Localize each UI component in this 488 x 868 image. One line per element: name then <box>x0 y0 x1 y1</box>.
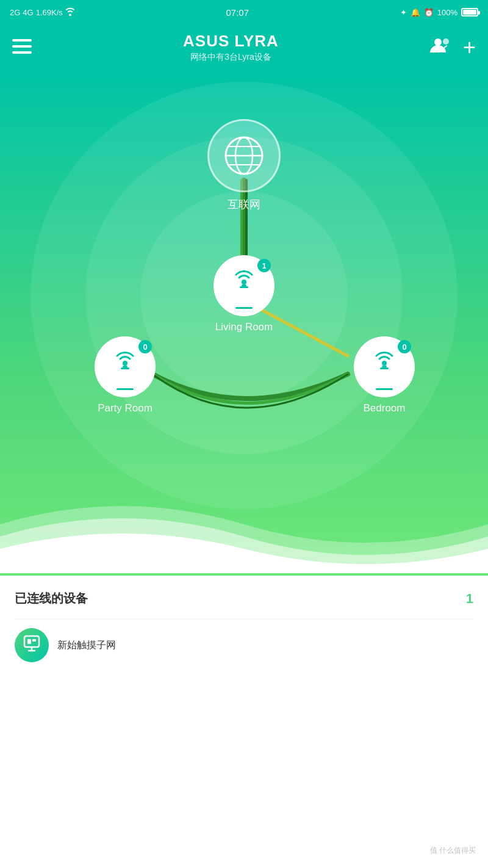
users-button[interactable] <box>430 37 452 58</box>
party-room-node[interactable]: 0 Party Room <box>95 336 156 414</box>
living-room-label: Living Room <box>214 321 274 333</box>
device-info: 新始触摸子网 <box>57 639 473 652</box>
app-header: ASUS LYRA 网络中有3台Lyra设备 + <box>0 24 488 75</box>
svg-point-20 <box>382 361 387 366</box>
svg-rect-18 <box>123 366 127 367</box>
svg-point-3 <box>434 38 442 46</box>
svg-rect-26 <box>27 639 31 644</box>
status-right: ✦ 🔔 ⏰ 100% <box>400 8 478 17</box>
status-bar: 2G 4G 1.69K/s 07:07 ✦ 🔔 ⏰ 100% <box>0 0 488 24</box>
svg-point-17 <box>123 361 127 366</box>
svg-rect-23 <box>24 636 39 647</box>
4g-indicator: 4G <box>23 8 33 17</box>
svg-point-14 <box>242 280 246 284</box>
network-map-container: 互联网 1 Living Room <box>0 75 488 576</box>
svg-rect-15 <box>242 284 246 286</box>
wave-bottom <box>0 476 488 576</box>
header-title-area: ASUS LYRA 网络中有3台Lyra设备 <box>32 32 430 63</box>
connected-devices-title: 已连线的设备 <box>15 590 88 607</box>
app-title: ASUS LYRA <box>32 32 430 51</box>
device-avatar <box>15 628 49 662</box>
internet-label: 互联网 <box>207 197 281 212</box>
speed-indicator: 1.69K/s <box>36 8 63 17</box>
svg-rect-27 <box>32 639 36 642</box>
watermark: 值 什么值得买 <box>430 845 476 856</box>
status-left: 2G 4G 1.69K/s <box>10 7 75 18</box>
svg-rect-22 <box>380 367 389 369</box>
wifi-icon <box>65 7 75 18</box>
party-room-badge: 0 <box>138 340 152 353</box>
connected-devices-header: 已连线的设备 1 <box>15 590 473 607</box>
alarm-icon: 🔔 <box>411 8 420 17</box>
header-actions: + <box>430 35 476 60</box>
bluetooth-icon: ✦ <box>400 8 407 17</box>
svg-point-4 <box>443 38 449 45</box>
internet-node[interactable]: 互联网 <box>207 119 281 212</box>
svg-rect-0 <box>12 39 32 42</box>
living-room-badge: 1 <box>257 259 271 272</box>
connected-devices-count: 1 <box>466 591 473 607</box>
add-button[interactable]: + <box>463 35 476 60</box>
svg-rect-19 <box>121 367 129 369</box>
status-time: 07:07 <box>226 7 249 18</box>
bedroom-badge: 0 <box>398 340 411 353</box>
device-icon <box>22 634 41 657</box>
bedroom-node[interactable]: 0 Bedroom <box>354 336 415 414</box>
bottom-section: 已连线的设备 1 新始触摸子网 <box>0 576 488 671</box>
battery-text: 100% <box>437 8 458 17</box>
app-subtitle: 网络中有3台Lyra设备 <box>32 52 430 63</box>
svg-rect-2 <box>12 51 32 54</box>
battery-icon <box>461 8 478 16</box>
clock-icon: ⏰ <box>424 8 434 17</box>
device-name: 新始触摸子网 <box>57 639 473 652</box>
svg-rect-1 <box>12 45 32 48</box>
party-room-label: Party Room <box>95 402 156 414</box>
device-item[interactable]: 新始触摸子网 <box>15 619 473 671</box>
bedroom-label: Bedroom <box>354 402 415 414</box>
network-indicator: 2G <box>10 8 20 17</box>
svg-rect-21 <box>382 366 387 367</box>
menu-button[interactable] <box>12 39 32 56</box>
svg-rect-16 <box>240 286 248 288</box>
living-room-node[interactable]: 1 Living Room <box>214 255 274 333</box>
